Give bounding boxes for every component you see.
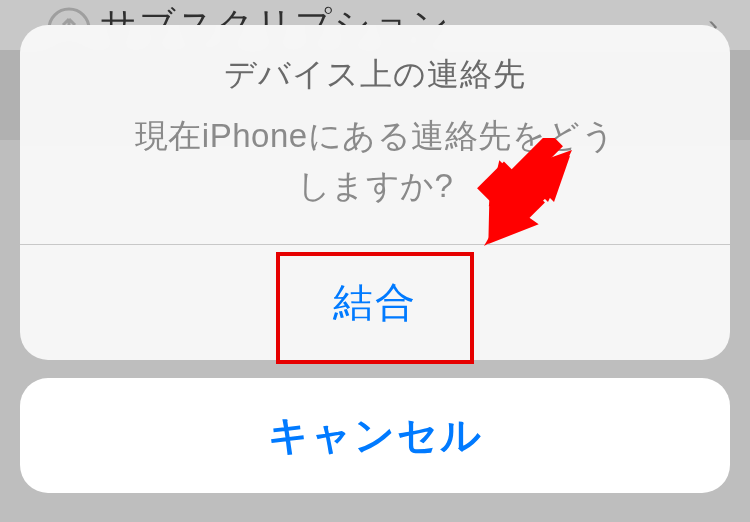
merge-button-label: 結合 bbox=[333, 280, 417, 324]
action-sheet-message: 現在iPhoneにある連絡先をどう しますか? bbox=[50, 111, 700, 210]
action-sheet-header: デバイス上の連絡先 現在iPhoneにある連絡先をどう しますか? bbox=[20, 25, 730, 244]
cancel-button[interactable]: キャンセル bbox=[20, 378, 730, 493]
cancel-button-label: キャンセル bbox=[268, 413, 483, 457]
merge-button[interactable]: 結合 bbox=[20, 245, 730, 360]
action-sheet-title: デバイス上の連絡先 bbox=[50, 53, 700, 97]
cancel-group: キャンセル bbox=[20, 378, 730, 493]
action-sheet-group: デバイス上の連絡先 現在iPhoneにある連絡先をどう しますか? 結合 bbox=[20, 25, 730, 360]
action-sheet: デバイス上の連絡先 現在iPhoneにある連絡先をどう しますか? 結合 キャン… bbox=[20, 25, 730, 493]
